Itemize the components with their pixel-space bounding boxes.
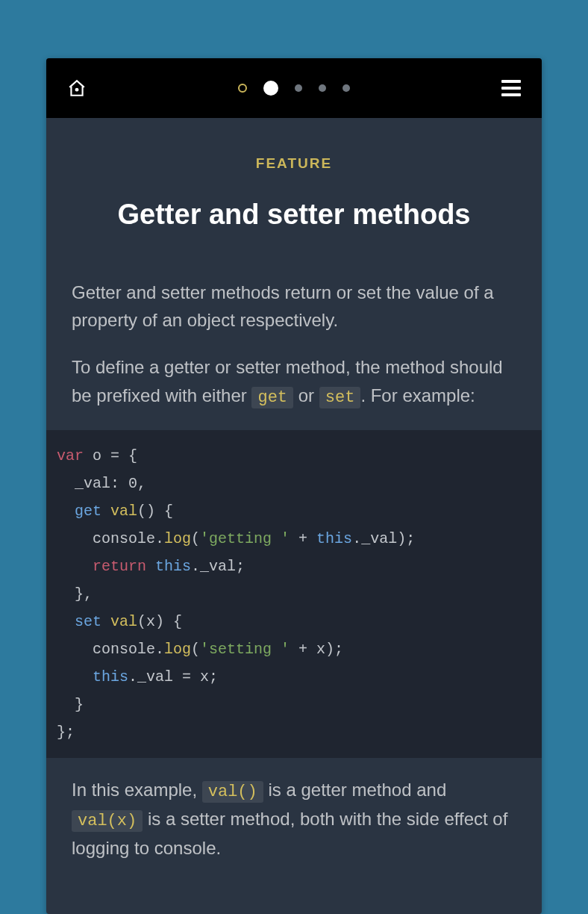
page-dot-5[interactable] <box>343 84 350 92</box>
code-token: 'setting ' <box>200 641 290 658</box>
code-token: + <box>290 530 316 547</box>
text: . For example: <box>360 385 475 405</box>
code-block: var o = { _val: 0, get val() { console.l… <box>46 430 542 758</box>
paragraph-intro: Getter and setter methods return or set … <box>72 279 516 334</box>
code-token: + x); <box>290 641 343 658</box>
code-token: o = { <box>84 447 137 464</box>
text: or <box>293 385 319 405</box>
code-token <box>57 558 93 575</box>
code-token <box>146 558 155 575</box>
inline-code-val-getter: val() <box>202 781 263 803</box>
inline-code-set: set <box>319 387 361 408</box>
code-token: ._val); <box>352 530 415 547</box>
text: is a getter method and <box>263 780 446 800</box>
svg-point-0 <box>75 88 79 92</box>
code-token: ( <box>191 641 200 658</box>
home-icon[interactable] <box>67 78 87 98</box>
code-token: }, <box>57 585 93 603</box>
paragraph-explanation: In this example, val() is a getter metho… <box>72 776 516 862</box>
page-dot-4[interactable] <box>319 84 326 92</box>
code-token: (x) { <box>137 613 182 630</box>
article-card: FEATURE Getter and setter methods Getter… <box>46 58 542 914</box>
code-token: console. <box>57 530 164 547</box>
page-title: Getter and setter methods <box>72 199 516 231</box>
page-indicator <box>238 81 350 96</box>
code-token: log <box>164 641 191 658</box>
code-token: val <box>101 503 137 520</box>
menu-icon[interactable] <box>501 80 521 96</box>
code-token: ._val; <box>191 558 245 575</box>
code-token: _val: 0, <box>57 475 146 492</box>
code-token: log <box>164 530 191 547</box>
code-token: ( <box>191 530 200 547</box>
code-token: this <box>93 668 128 686</box>
page-dot-1[interactable] <box>238 84 247 93</box>
eyebrow-label: FEATURE <box>72 155 516 172</box>
text: In this example, <box>72 780 202 800</box>
code-token: () { <box>137 503 173 520</box>
topbar <box>46 58 542 118</box>
code-token: }; <box>57 724 75 741</box>
code-token: val <box>101 613 137 630</box>
code-token: return <box>93 558 146 575</box>
paragraph-definition: To define a getter or setter method, the… <box>72 353 516 410</box>
code-token: set <box>57 613 101 630</box>
article-content: FEATURE Getter and setter methods Getter… <box>46 118 542 862</box>
inline-code-get: get <box>251 387 293 408</box>
code-token: } <box>57 696 84 713</box>
code-token <box>57 668 93 686</box>
code-token: this <box>316 530 352 547</box>
code-token: ._val = x; <box>128 668 218 686</box>
inline-code-val-setter: val(x) <box>72 810 143 832</box>
page-dot-3[interactable] <box>295 84 302 92</box>
code-token: var <box>57 447 84 464</box>
page-dot-2[interactable] <box>263 81 278 96</box>
code-token: console. <box>57 641 164 658</box>
code-token: 'getting ' <box>200 530 290 547</box>
code-token: this <box>155 558 191 575</box>
code-token: get <box>57 503 101 520</box>
